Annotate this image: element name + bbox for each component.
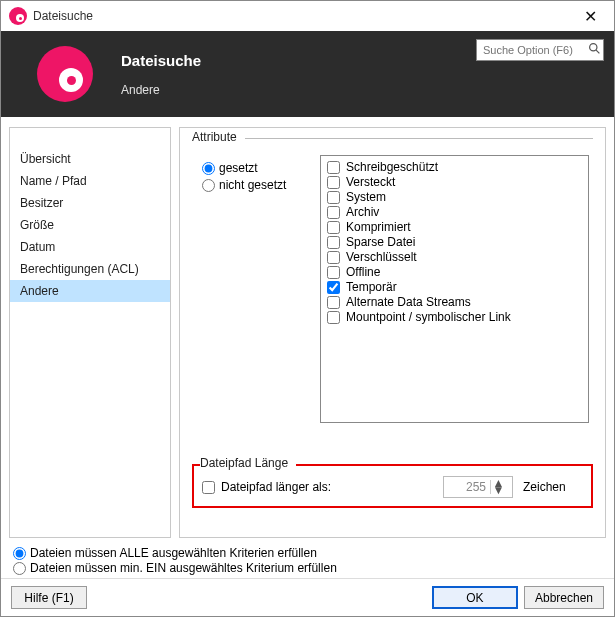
search-option-input[interactable] [483,44,588,56]
sidebar-item[interactable]: Größe [10,214,170,236]
help-button[interactable]: Hilfe (F1) [11,586,87,609]
attributes-legend: Attribute [192,130,245,144]
sidebar-item[interactable]: Name / Pfad [10,170,170,192]
sidebar-item[interactable]: Datum [10,236,170,258]
sidebar-item[interactable]: Besitzer [10,192,170,214]
attribute-item[interactable]: Mountpoint / symbolischer Link [327,310,582,324]
header-logo-icon [37,46,93,102]
attribute-mode-radios: gesetzt nicht gesetzt [196,155,296,423]
ok-button[interactable]: OK [432,586,518,609]
attribute-item[interactable]: Temporär [327,280,582,294]
pathlength-legend: Dateipfad Länge [200,456,296,470]
radio-match-any[interactable]: Dateien müssen min. EIN ausgewähltes Kri… [13,561,602,575]
spinner-icon[interactable]: ▲▼ [490,480,506,494]
window-title: Dateisuche [33,9,570,23]
attribute-item[interactable]: System [327,190,582,204]
attribute-list[interactable]: SchreibgeschütztVerstecktSystemArchivKom… [320,155,589,423]
sidebar-item[interactable]: Andere [10,280,170,302]
sidebar-item[interactable]: Berechtigungen (ACL) [10,258,170,280]
svg-line-1 [596,50,599,53]
attribute-item[interactable]: Versteckt [327,175,582,189]
attributes-group: Attribute gesetzt nicht gesetzt Schreibg… [192,138,593,450]
close-button[interactable]: ✕ [570,1,610,31]
pathlength-group: Dateipfad Länge Dateipfad länger als: ▲▼… [192,464,593,508]
pathlength-checkbox[interactable]: Dateipfad länger als: [202,480,331,494]
attribute-item[interactable]: Archiv [327,205,582,219]
match-mode: Dateien müssen ALLE ausgewählten Kriteri… [1,544,614,578]
radio-set[interactable]: gesetzt [202,161,296,175]
attribute-item[interactable]: Offline [327,265,582,279]
header-title: Dateisuche [121,52,201,69]
pathlength-unit: Zeichen [523,480,583,494]
search-option-box[interactable] [476,39,604,61]
title-bar: Dateisuche ✕ [1,1,614,31]
cancel-button[interactable]: Abbrechen [524,586,604,609]
app-icon [9,7,27,25]
search-icon[interactable] [588,42,601,58]
attribute-item[interactable]: Verschlüsselt [327,250,582,264]
header-subtitle: Andere [121,83,201,97]
footer: Hilfe (F1) OK Abbrechen [1,578,614,616]
attribute-item[interactable]: Schreibgeschützt [327,160,582,174]
attribute-item[interactable]: Sparse Datei [327,235,582,249]
sidebar-item[interactable]: Übersicht [10,148,170,170]
pathlength-input[interactable] [444,480,490,494]
header: Dateisuche Andere [1,31,614,117]
radio-match-all[interactable]: Dateien müssen ALLE ausgewählten Kriteri… [13,546,602,560]
main-panel: Attribute gesetzt nicht gesetzt Schreibg… [179,127,606,538]
radio-unset[interactable]: nicht gesetzt [202,178,296,192]
pathlength-value[interactable]: ▲▼ [443,476,513,498]
sidebar: ÜbersichtName / PfadBesitzerGrößeDatumBe… [9,127,171,538]
svg-point-0 [590,44,597,51]
attribute-item[interactable]: Komprimiert [327,220,582,234]
attribute-item[interactable]: Alternate Data Streams [327,295,582,309]
